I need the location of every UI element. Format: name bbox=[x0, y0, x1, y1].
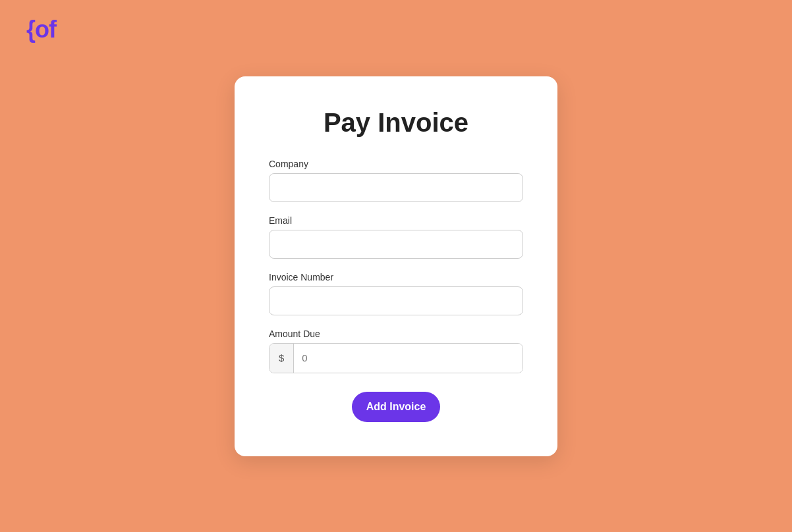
add-invoice-button[interactable]: Add Invoice bbox=[352, 392, 440, 422]
amount-due-input[interactable] bbox=[294, 344, 523, 373]
amount-due-label: Amount Due bbox=[269, 329, 523, 339]
invoice-number-input[interactable] bbox=[269, 286, 523, 315]
email-field-group: Email bbox=[269, 215, 523, 259]
amount-input-wrapper: $ bbox=[269, 343, 523, 373]
email-label: Email bbox=[269, 215, 523, 226]
app-logo: {of bbox=[26, 16, 56, 43]
company-label: Company bbox=[269, 159, 523, 169]
page-title: Pay Invoice bbox=[269, 108, 523, 138]
company-field-group: Company bbox=[269, 159, 523, 202]
amount-due-field-group: Amount Due $ bbox=[269, 329, 523, 373]
email-input[interactable] bbox=[269, 230, 523, 259]
invoice-number-label: Invoice Number bbox=[269, 272, 523, 282]
currency-prefix: $ bbox=[269, 344, 294, 373]
invoice-number-field-group: Invoice Number bbox=[269, 272, 523, 315]
invoice-card: Pay Invoice Company Email Invoice Number… bbox=[235, 76, 557, 456]
company-input[interactable] bbox=[269, 173, 523, 202]
